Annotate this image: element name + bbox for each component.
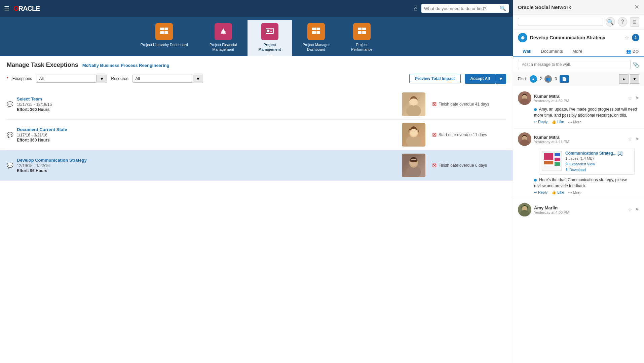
osn-gear-icon[interactable]: ⚙ bbox=[635, 49, 639, 54]
exceptions-select[interactable]: All bbox=[36, 75, 97, 83]
svg-rect-37 bbox=[555, 153, 560, 156]
osn-search-input[interactable] bbox=[518, 18, 603, 26]
more-button-1[interactable]: ••• More bbox=[568, 120, 581, 124]
find-nav-down[interactable]: ▼ bbox=[630, 74, 639, 84]
divider-2 bbox=[513, 199, 644, 199]
svg-rect-2 bbox=[164, 28, 168, 30]
search-icon[interactable]: 🔍 bbox=[500, 5, 506, 11]
home-button[interactable]: ⌂ bbox=[414, 5, 417, 12]
nav-icon-project-performance bbox=[353, 23, 371, 40]
osn-msg-star-2[interactable]: ☆ bbox=[628, 136, 632, 142]
like-button-2[interactable]: 👍 Like bbox=[552, 190, 564, 195]
task-effort-2: Effort: 360 Hours bbox=[17, 138, 395, 143]
task-name-2[interactable]: Document Current State bbox=[17, 127, 67, 132]
nav-icon-project-hierarchy bbox=[155, 23, 173, 40]
find-nav-up[interactable]: ▲ bbox=[619, 74, 629, 84]
preview-total-impact-button[interactable]: Preview Total Impact bbox=[409, 74, 460, 83]
find-badge-2[interactable]: 👥 bbox=[544, 75, 552, 83]
attachment-info: Communications Strateg... [1] 1 pages (1… bbox=[565, 151, 632, 172]
osn-msg-star-1[interactable]: ☆ bbox=[628, 95, 632, 101]
nav-icon-project-management bbox=[261, 23, 278, 40]
task-info-3: Develop Communication Strategy 12/19/15 … bbox=[17, 158, 395, 173]
nav-project-financial[interactable]: Project FinancialManagement bbox=[199, 20, 248, 56]
table-row: 💬 Document Current State 1/17/16 - 3/21/… bbox=[7, 120, 506, 150]
osn-message-2: Kumar Mitra Yesterday at 4:11 PM ☆ ⚑ bbox=[513, 130, 644, 197]
osn-msg-meta-1: Kumar Mitra Yesterday at 4:32 PM bbox=[534, 94, 625, 103]
osn-msg-star-3[interactable]: ☆ bbox=[628, 207, 632, 212]
svg-rect-27 bbox=[410, 160, 417, 162]
task-status-text-3: Finish date overdue 6 days bbox=[439, 163, 487, 168]
msg-dot-2 bbox=[534, 179, 537, 182]
exceptions-dropdown-button[interactable]: ▼ bbox=[97, 75, 107, 83]
osn-badge: 2 bbox=[632, 34, 639, 41]
tab-more[interactable]: More bbox=[568, 46, 587, 57]
exceptions-dropdown-arrow: ▼ bbox=[100, 76, 104, 81]
resource-select[interactable]: All bbox=[132, 75, 193, 83]
osn-expand-button[interactable]: ⊡ bbox=[630, 17, 639, 27]
task-effort-3: Effort: 96 Hours bbox=[17, 168, 395, 173]
nav-label-project-manager-dashboard: Project ManagerDashboard bbox=[303, 42, 330, 52]
like-button-1[interactable]: 👍 Like bbox=[552, 120, 564, 124]
osn-msg-flag-1[interactable]: ⚑ bbox=[635, 95, 639, 101]
osn-conversation-star[interactable]: ☆ bbox=[624, 35, 629, 41]
svg-rect-7 bbox=[267, 30, 269, 32]
svg-point-26 bbox=[410, 158, 417, 166]
content-area: Manage Task Exceptions McNally Business … bbox=[0, 56, 513, 363]
resource-label: Resource bbox=[111, 76, 128, 81]
find-badge-1[interactable]: ● bbox=[530, 75, 537, 83]
tab-wall[interactable]: Wall bbox=[518, 46, 536, 57]
task-name-1[interactable]: Select Team bbox=[17, 96, 42, 102]
exceptions-label: Exceptions bbox=[12, 76, 32, 81]
nav-project-management[interactable]: ProjectManagement bbox=[248, 20, 292, 56]
page-title-row: Manage Task Exceptions McNally Business … bbox=[7, 62, 506, 69]
nav-label-project-hierarchy: Project Hierarchy Dashboard bbox=[141, 42, 188, 47]
osn-close-button[interactable]: ✕ bbox=[634, 3, 639, 11]
page-title: Manage Task Exceptions bbox=[7, 62, 78, 69]
svg-rect-39 bbox=[555, 162, 560, 166]
chat-icon-task2[interactable]: 💬 bbox=[7, 132, 13, 138]
find-doc-badge[interactable]: 📄 bbox=[560, 75, 569, 83]
nav-label-project-management: ProjectManagement bbox=[258, 42, 281, 52]
osn-msg-flag-3[interactable]: ⚑ bbox=[635, 207, 639, 212]
svg-rect-14 bbox=[358, 28, 362, 30]
more-button-2[interactable]: ••• More bbox=[568, 191, 581, 195]
svg-rect-16 bbox=[362, 28, 366, 30]
nav-project-performance[interactable]: ProjectPerformance bbox=[340, 20, 383, 56]
exceptions-filter-group: All ▼ bbox=[36, 75, 107, 83]
find-count-2: 0 bbox=[555, 77, 557, 81]
reply-button-1[interactable]: ↩ Reply bbox=[534, 120, 547, 124]
svg-rect-10 bbox=[312, 28, 316, 30]
chat-icon-task1[interactable]: 💬 bbox=[7, 101, 13, 108]
svg-rect-3 bbox=[164, 31, 168, 34]
reply-button-2[interactable]: ↩ Reply bbox=[534, 190, 547, 195]
osn-search-button[interactable]: 🔍 bbox=[606, 17, 615, 27]
svg-point-19 bbox=[406, 105, 421, 116]
attachment-title: Communications Strateg... [1] bbox=[565, 151, 632, 156]
expanded-view-link[interactable]: ⊕ Expanded View bbox=[565, 162, 632, 166]
nav-project-hierarchy[interactable]: Project Hierarchy Dashboard bbox=[130, 20, 199, 56]
resource-dropdown-button[interactable]: ▼ bbox=[193, 75, 203, 83]
osn-msg-flag-2[interactable]: ⚑ bbox=[635, 136, 639, 142]
search-input[interactable] bbox=[424, 6, 498, 11]
osn-msg-text-2: Here's the draft Communications strategy… bbox=[518, 177, 639, 189]
accept-dropdown-arrow: ▼ bbox=[499, 76, 503, 81]
nav-project-manager-dashboard[interactable]: Project ManagerDashboard bbox=[292, 20, 341, 56]
osn-attach-icon[interactable]: 📎 bbox=[633, 62, 639, 68]
nav-label-project-financial: Project FinancialManagement bbox=[210, 42, 237, 52]
osn-title: Oracle Social Network bbox=[518, 4, 571, 10]
tab-documents[interactable]: Documents bbox=[536, 46, 568, 57]
hamburger-menu[interactable]: ☰ bbox=[4, 5, 9, 12]
member-count-value: 2 bbox=[633, 49, 635, 54]
osn-post-input[interactable] bbox=[518, 60, 631, 69]
status-icon-task2: ⊠ bbox=[432, 131, 437, 138]
page-subtitle-link[interactable]: McNally Business Process Reengineering bbox=[82, 63, 169, 68]
osn-help-button[interactable]: ? bbox=[618, 17, 627, 27]
accept-all-dropdown-button[interactable]: ▼ bbox=[496, 74, 506, 84]
download-link[interactable]: ⬇ Download bbox=[565, 167, 632, 172]
accept-all-button[interactable]: Accept All bbox=[465, 74, 496, 84]
chat-icon-task3[interactable]: 💬 bbox=[7, 162, 13, 169]
task-name-3[interactable]: Develop Communication Strategy bbox=[17, 158, 87, 163]
msg-dot-1 bbox=[534, 108, 537, 111]
osn-msg-header-2: Kumar Mitra Yesterday at 4:11 PM ☆ ⚑ bbox=[518, 132, 639, 146]
osn-msg-meta-2: Kumar Mitra Yesterday at 4:11 PM bbox=[534, 135, 625, 144]
